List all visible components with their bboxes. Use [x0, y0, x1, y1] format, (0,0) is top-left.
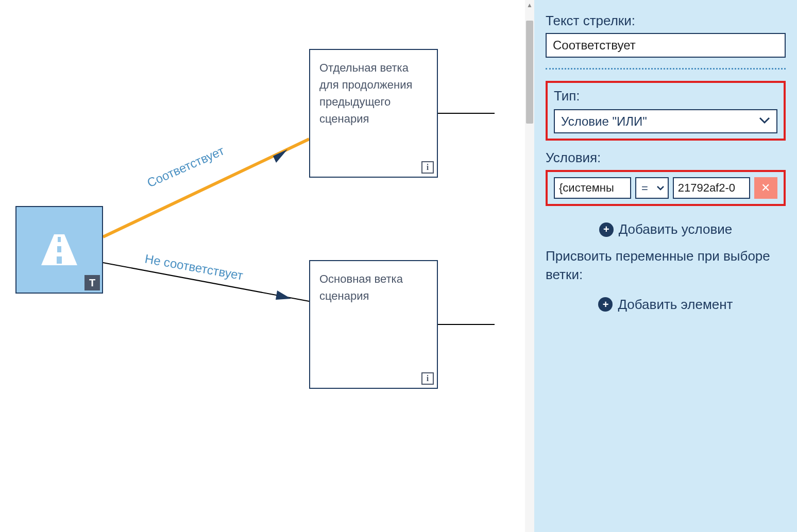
svg-rect-6 [58, 237, 61, 242]
info-icon[interactable]: i [421, 161, 434, 174]
edge-label-not-matches[interactable]: Не соответствует [144, 251, 244, 283]
add-element-link[interactable]: + Добавить элемент [598, 297, 733, 313]
conditions-label: Условия: [546, 150, 786, 166]
close-icon: ✕ [761, 181, 770, 195]
properties-sidebar: Текст стрелки: Тип: Условие "ИЛИ" Услови… [534, 0, 797, 532]
scroll-up-arrow[interactable]: ▲ [525, 0, 534, 10]
plus-circle-icon: + [599, 222, 614, 237]
branch-node-separate[interactable]: Отдельная ветка для продолжения предыдущ… [309, 49, 438, 178]
canvas-scrollbar[interactable]: ▲ [525, 0, 534, 532]
section-divider [546, 68, 786, 70]
type-section-highlight: Тип: Условие "ИЛИ" [546, 81, 786, 141]
arrow-text-label: Текст стрелки: [546, 13, 786, 29]
type-label: Тип: [554, 88, 777, 104]
add-condition-link[interactable]: + Добавить условие [599, 221, 733, 237]
diagram-canvas[interactable]: Соответствует Не соответствует Т Отдельн… [0, 0, 534, 532]
svg-marker-1 [273, 149, 287, 163]
add-condition-label: Добавить условие [619, 221, 733, 237]
condition-operator-select[interactable]: = [635, 177, 669, 199]
condition-left-input[interactable] [554, 177, 631, 199]
scrollbar-thumb[interactable] [526, 21, 533, 124]
node-text: Отдельная ветка для продолжения предыдущ… [319, 61, 412, 125]
svg-marker-3 [276, 290, 291, 300]
info-icon[interactable]: i [421, 372, 434, 385]
branch-node-main[interactable]: Основная ветка сценария i [309, 260, 438, 389]
delete-condition-button[interactable]: ✕ [754, 177, 777, 199]
assign-vars-label: Присвоить переменные при выборе ветки: [546, 247, 786, 284]
road-icon [36, 232, 82, 268]
node-type-badge: Т [84, 275, 100, 290]
svg-rect-7 [57, 246, 61, 252]
node-text: Основная ветка сценария [319, 272, 403, 302]
plus-circle-icon: + [598, 297, 613, 312]
condition-row-highlight: = ✕ [546, 170, 786, 206]
svg-rect-8 [57, 256, 62, 264]
start-node[interactable]: Т [15, 206, 103, 294]
edge-label-matches[interactable]: Соответствует [145, 144, 226, 191]
type-select[interactable]: Условие "ИЛИ" [554, 109, 777, 133]
add-element-label: Добавить элемент [618, 297, 733, 313]
condition-right-input[interactable] [673, 177, 750, 199]
arrow-text-input[interactable] [546, 33, 786, 58]
